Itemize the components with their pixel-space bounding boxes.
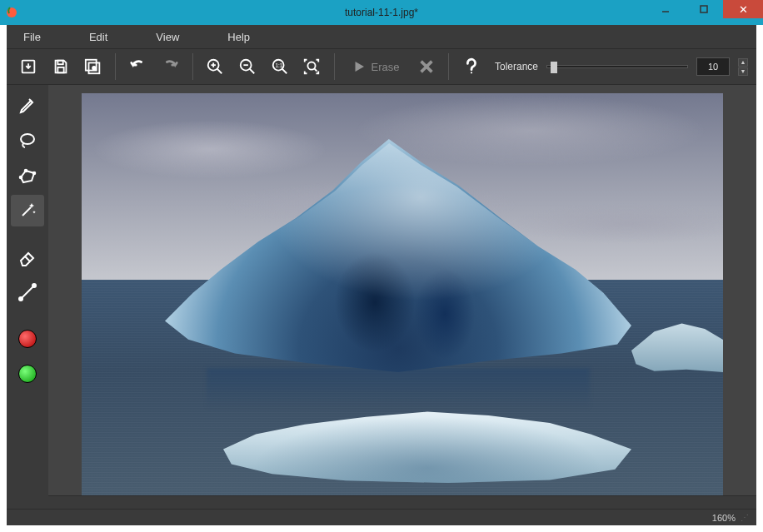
zoom-in-button[interactable] [202,52,229,82]
menu-file[interactable]: File [12,27,52,47]
red-circle-icon [18,330,37,348]
divider [334,53,335,80]
cancel-button[interactable] [413,52,441,82]
green-circle-icon [18,365,37,383]
menu-help[interactable]: Help [216,27,262,47]
top-toolbar: 1:1 Erase Tolerance 10 ▲ ▼ [7,48,756,85]
svg-rect-5 [58,67,64,72]
horizontal-scrollbar[interactable] [48,495,756,509]
app-frame: File Edit View Help 1:1 [7,25,756,525]
svg-point-27 [33,172,36,175]
app-icon [0,1,23,24]
magic-wand-tool[interactable] [11,195,44,226]
svg-point-24 [21,134,34,144]
canvas-area [48,85,756,509]
zoom-level: 160% [712,513,736,523]
close-button[interactable]: ✕ [723,0,763,18]
svg-line-10 [217,69,222,74]
save-view-button[interactable] [80,52,107,82]
open-button[interactable] [15,52,42,82]
erase-label: Erase [372,61,400,73]
divider [115,53,116,80]
slider-thumb[interactable] [551,62,557,73]
eraser-tool[interactable] [11,241,44,273]
image-canvas[interactable] [82,93,723,495]
svg-rect-2 [701,6,707,12]
tolerance-value[interactable]: 10 [696,57,730,76]
svg-point-26 [25,170,27,172]
scroll-area[interactable] [48,85,756,495]
marker-tool[interactable] [11,90,44,122]
divider [448,53,449,80]
body [7,85,756,509]
svg-line-14 [250,69,255,74]
resize-grip-icon[interactable]: ⋰ [741,513,748,522]
lasso-tool[interactable] [11,125,44,157]
menu-edit[interactable]: Edit [77,27,119,47]
redo-button[interactable] [157,52,184,82]
svg-point-31 [19,297,22,301]
zoom-out-button[interactable] [233,52,261,82]
statusbar: 160% ⋰ [7,509,756,525]
foreground-color[interactable] [11,323,44,355]
maximize-button[interactable] [685,0,723,18]
svg-point-19 [308,62,316,70]
svg-line-28 [22,207,31,216]
minimize-button[interactable] [646,0,685,18]
svg-point-25 [20,177,22,179]
titlebar: tutorial-11-1.jpg* ✕ [0,0,763,25]
tolerance-slider[interactable] [546,65,688,68]
tolerance-label: Tolerance [495,61,538,72]
erase-button[interactable]: Erase [343,52,408,82]
svg-point-23 [470,72,471,73]
svg-point-32 [32,284,36,287]
line-tool[interactable] [11,276,44,308]
svg-text:1:1: 1:1 [275,62,282,68]
menubar: File Edit View Help [7,25,756,48]
tolerance-spinner: ▲ ▼ [738,58,748,76]
reflection [207,368,590,410]
spin-up[interactable]: ▲ [738,58,748,67]
polygon-tool[interactable] [11,160,44,191]
svg-line-30 [21,286,34,299]
save-button[interactable] [47,52,75,82]
zoom-actual-button[interactable]: 1:1 [266,52,293,82]
svg-line-17 [282,69,287,74]
undo-button[interactable] [124,52,152,82]
background-color[interactable] [11,358,44,390]
svg-line-29 [25,256,30,261]
svg-rect-4 [58,61,63,65]
window-controls: ✕ [646,0,763,18]
menu-view[interactable]: View [144,27,191,47]
side-toolbar [7,85,48,509]
spin-down[interactable]: ▼ [738,67,748,76]
svg-line-20 [315,69,317,72]
divider [192,53,193,80]
help-button[interactable] [457,52,485,82]
tolerance-control: Tolerance 10 ▲ ▼ [495,57,748,76]
zoom-fit-button[interactable] [298,52,326,82]
svg-point-8 [92,67,96,70]
